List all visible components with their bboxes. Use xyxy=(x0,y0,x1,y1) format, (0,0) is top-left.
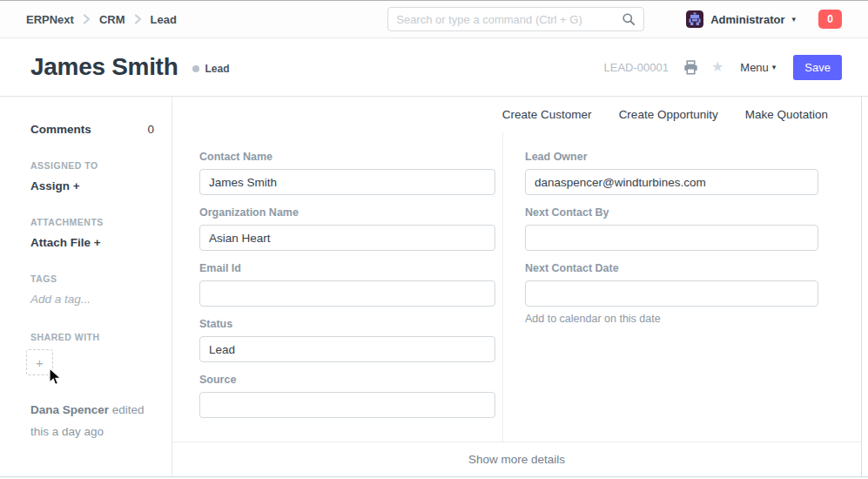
show-more-details[interactable]: Show more details xyxy=(172,442,861,476)
attach-file-button[interactable]: Attach File + xyxy=(30,236,154,249)
add-tag-input[interactable]: Add a tag... xyxy=(30,293,154,306)
user-menu[interactable]: Administrator ▾ xyxy=(686,10,796,28)
next-contact-date-help: Add to calendar on this date xyxy=(525,313,818,325)
chevron-right-icon xyxy=(83,14,91,24)
content: Comments 0 ASSIGNED TO Assign + ATTACHME… xyxy=(0,97,868,477)
email-id-input[interactable] xyxy=(199,280,495,307)
comments-label: Comments xyxy=(30,123,91,136)
status-field: Status xyxy=(199,318,495,362)
form-column-right: Lead Owner Next Contact By Next Contact … xyxy=(502,132,861,442)
save-button[interactable]: Save xyxy=(793,55,842,80)
comments-count: 0 xyxy=(147,123,154,136)
user-avatar xyxy=(686,10,703,28)
notifications-badge[interactable]: 0 xyxy=(818,10,842,29)
navbar: ERPNext CRM Lead Administrator ▾ 0 xyxy=(0,1,868,38)
next-contact-date-field: Next Contact Date Add to calendar on thi… xyxy=(525,262,818,325)
create-opportunity-button[interactable]: Create Opportunity xyxy=(619,108,718,121)
user-name: Administrator xyxy=(710,13,784,26)
email-id-label: Email Id xyxy=(199,262,495,274)
breadcrumb-erpnext[interactable]: ERPNext xyxy=(26,13,74,26)
status-dot-icon xyxy=(192,65,199,72)
make-quotation-button[interactable]: Make Quotation xyxy=(745,108,828,121)
chevron-down-icon: ▾ xyxy=(772,64,777,71)
lead-owner-label: Lead Owner xyxy=(525,151,818,163)
lead-owner-field: Lead Owner xyxy=(525,151,818,195)
next-contact-date-input[interactable] xyxy=(525,280,818,307)
page-title: James Smith xyxy=(30,53,178,81)
status-select[interactable] xyxy=(199,336,495,362)
next-contact-by-label: Next Contact By xyxy=(525,206,818,219)
status-indicator: Lead xyxy=(192,63,229,75)
erpnext-lead-page: ERPNext CRM Lead Administrator ▾ 0 xyxy=(0,0,868,479)
status-field-label: Status xyxy=(199,318,495,330)
lead-form: Create Customer Create Opportunity Make … xyxy=(172,97,862,476)
organization-name-input[interactable] xyxy=(199,225,495,251)
breadcrumb: ERPNext CRM Lead xyxy=(26,13,177,26)
create-customer-button[interactable]: Create Customer xyxy=(502,108,592,121)
organization-name-field: Organization Name xyxy=(199,206,495,251)
global-search[interactable] xyxy=(387,7,644,31)
print-icon[interactable] xyxy=(683,60,698,75)
search-icon[interactable] xyxy=(622,12,636,26)
contact-name-input[interactable] xyxy=(199,169,495,195)
source-input[interactable] xyxy=(199,392,495,418)
menu-dropdown[interactable]: Menu ▾ xyxy=(740,61,776,74)
contact-name-label: Contact Name xyxy=(199,151,495,163)
status-label: Lead xyxy=(205,63,229,75)
search-input[interactable] xyxy=(396,13,622,26)
source-field: Source xyxy=(199,374,495,418)
sidebar-item-comments[interactable]: Comments 0 xyxy=(30,123,154,136)
activity-user: Dana Spencer xyxy=(30,403,109,416)
favorite-star-icon[interactable]: ★ xyxy=(711,60,723,74)
show-more-details-label: Show more details xyxy=(468,453,565,466)
source-label: Source xyxy=(199,374,495,386)
contact-name-field: Contact Name xyxy=(199,151,495,195)
sidebar: Comments 0 ASSIGNED TO Assign + ATTACHME… xyxy=(0,97,172,476)
menu-label: Menu xyxy=(740,61,769,74)
attachments-heading: ATTACHMENTS xyxy=(30,217,154,227)
next-contact-date-label: Next Contact Date xyxy=(525,262,818,274)
assign-button[interactable]: Assign + xyxy=(30,179,154,192)
assigned-to-heading: ASSIGNED TO xyxy=(30,160,154,171)
chevron-right-icon xyxy=(134,14,142,24)
email-id-field: Email Id xyxy=(199,262,495,307)
next-contact-by-field: Next Contact By xyxy=(525,206,818,251)
share-add-button[interactable]: + xyxy=(26,349,53,375)
breadcrumb-lead[interactable]: Lead xyxy=(151,13,177,26)
next-contact-by-input[interactable] xyxy=(525,225,818,251)
organization-name-label: Organization Name xyxy=(199,206,495,219)
tags-heading: TAGS xyxy=(30,273,154,284)
chevron-down-icon: ▾ xyxy=(791,16,796,24)
form-column-left: Contact Name Organization Name Email Id … xyxy=(172,132,502,442)
page-head-actions: LEAD-00001 ★ Menu ▾ Save xyxy=(604,55,843,80)
lead-owner-input[interactable] xyxy=(525,169,818,195)
activity-note: Dana Spencer edited this a day ago xyxy=(30,400,154,443)
doc-id: LEAD-00001 xyxy=(604,61,669,74)
form-columns: Contact Name Organization Name Email Id … xyxy=(172,132,861,442)
shared-with-heading: SHARED WITH xyxy=(30,332,154,342)
form-action-links: Create Customer Create Opportunity Make … xyxy=(172,97,861,132)
breadcrumb-crm[interactable]: CRM xyxy=(99,13,125,26)
page-head: James Smith Lead LEAD-00001 ★ Menu ▾ Sav… xyxy=(0,38,868,97)
